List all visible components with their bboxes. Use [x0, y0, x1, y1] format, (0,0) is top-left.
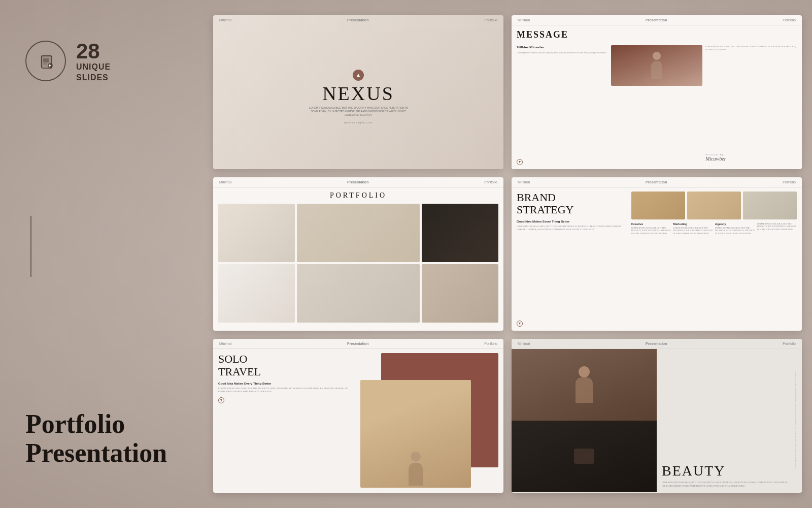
svg-rect-2	[43, 58, 49, 62]
portfolio-title: PORTFOLIO	[218, 192, 498, 200]
slide-nexus[interactable]: Minimal Presentation Portfolio NEXUS LOR…	[213, 15, 503, 169]
brand-col-agency: Agency LOREM IPSUM AVAILABLE, BUT THE MA…	[715, 223, 755, 235]
slide-header-beauty: Minimal Presentation Portfolio	[512, 339, 802, 349]
svg-rect-3	[43, 64, 47, 65]
slide-logo-brand	[517, 321, 523, 327]
solo-photo-fg	[360, 380, 471, 488]
nexus-url: www.example.com	[344, 121, 373, 124]
brand-title: BRANDSTRATEGY	[517, 192, 627, 216]
logo-dot	[519, 161, 521, 163]
portfolio-content: PORTFOLIO	[213, 187, 503, 330]
beauty-photo-dark	[512, 421, 657, 492]
nexus-title: NEXUS	[322, 84, 394, 103]
message-body: Wilkins Micawber Lorem Ipsum available, …	[517, 45, 797, 162]
slide-header-portfolio: Minimal Presentation Portfolio	[213, 177, 503, 187]
portfolio-item-1	[218, 204, 295, 262]
slide-header-nexus: Minimal Presentation Portfolio	[213, 15, 503, 25]
slide-logo-solo	[218, 397, 224, 403]
brand-subtitle: Good Idea Makes Every Thing Better	[517, 220, 627, 223]
slides-grid: Minimal Presentation Portfolio NEXUS LOR…	[213, 15, 802, 493]
slide-message[interactable]: Minimal Presentation Portfolio MESSAGE W…	[512, 15, 802, 169]
slides-icon	[25, 41, 66, 81]
main-title-line1: Portfolio	[25, 409, 193, 438]
brand-right: Creative LOREM IPSUM AVAILABLE, BUT THE …	[631, 192, 797, 326]
portfolio-item-3	[422, 204, 498, 262]
slides-count: 28	[76, 41, 111, 62]
brand-photo-2	[687, 192, 741, 219]
slide-logo-message	[517, 159, 523, 165]
beauty-right-panel: BEAUTY LOREM IPSUM AVAILABLE, BUT THE MA…	[657, 349, 802, 492]
slide-beauty[interactable]: Minimal Presentation Portfolio	[512, 339, 802, 493]
brand-col-creative: Creative LOREM IPSUM AVAILABLE, BUT THE …	[631, 223, 671, 235]
slide-header-message: Minimal Presentation Portfolio	[512, 15, 802, 25]
badge-text: 28 UNIQUE SLIDES	[76, 41, 111, 83]
brand-left: BRANDSTRATEGY Good Idea Makes Every Thin…	[517, 192, 627, 326]
brand-photos	[631, 192, 797, 219]
brand-cols: Creative LOREM IPSUM AVAILABLE, BUT THE …	[631, 223, 797, 235]
message-content: MESSAGE Wilkins Micawber Lorem Ipsum ava…	[512, 25, 802, 168]
slides-svg-icon	[37, 52, 55, 70]
beauty-photos-left	[512, 349, 657, 492]
badge-area: 28 UNIQUE SLIDES	[25, 41, 193, 83]
slide-solo-travel[interactable]: Minimal Presentation Portfolio SOLOTRAVE…	[213, 339, 503, 493]
beauty-vertical-text: LOREM IPSUM AVAILABLE, BUT THE MAJORITY …	[795, 372, 797, 469]
message-photo-inner	[611, 45, 702, 86]
nexus-content: NEXUS LOREM IPSUM AVAILABLE, BUT THE MAJ…	[213, 25, 503, 168]
solo-title: SOLOTRAVEL	[218, 353, 356, 377]
signature: SIGNATURE Micawber	[705, 153, 797, 162]
logo-dot-solo	[220, 399, 222, 401]
solo-right	[360, 353, 498, 488]
brand-col-marketing: Marketing LOREM IPSUM AVAILABLE, BUT THE…	[673, 223, 713, 235]
slide-header-solo: Minimal Presentation Portfolio	[213, 339, 503, 349]
brand-desc: LOREM IPSUM AVAILABLE, BUT THE MAJORITY …	[517, 225, 627, 232]
divider	[30, 216, 31, 277]
beauty-vertical-text-area: LOREM IPSUM AVAILABLE, BUT THE MAJORITY …	[795, 359, 799, 482]
message-left: Wilkins Micawber Lorem Ipsum available, …	[517, 45, 608, 162]
beauty-photo-person	[512, 349, 657, 420]
slides-label: UNIQUE SLIDES	[76, 62, 111, 83]
logo-dot-brand	[519, 323, 521, 325]
brand-photo-3	[743, 192, 797, 219]
main-title-line2: Presentation	[25, 438, 193, 467]
portfolio-item-6	[422, 264, 498, 323]
solo-subtitle: Good Idea Makes Every Thing Better	[218, 382, 356, 385]
svg-marker-6	[357, 74, 360, 77]
nexus-icon	[353, 70, 364, 81]
message-right: LOREM IPSUM AVAILABLE, BUT THE MAJORITY …	[705, 45, 797, 162]
portfolio-item-2	[297, 204, 420, 262]
brand-photo-1	[631, 192, 685, 219]
portfolio-item-4	[218, 264, 295, 323]
nexus-subtitle: LOREM IPSUM AVAILABLE, BUT THE MAJORITY …	[308, 106, 409, 117]
beauty-desc: LOREM IPSUM AVAILABLE, BUT THE MAJORITY …	[662, 481, 790, 488]
solo-person-photo	[360, 380, 471, 488]
portfolio-item-5	[297, 264, 420, 323]
message-author: Wilkins Micawber	[517, 45, 608, 49]
solo-left: SOLOTRAVEL Good Idea Makes Every Thing B…	[218, 353, 356, 488]
beauty-content: BEAUTY LOREM IPSUM AVAILABLE, BUT THE MA…	[512, 349, 802, 492]
portfolio-grid	[218, 204, 498, 323]
left-panel: 28 UNIQUE SLIDES Portfolio Presentation	[0, 0, 213, 508]
message-title: MESSAGE	[517, 29, 797, 40]
main-title: Portfolio Presentation	[25, 409, 193, 467]
slide-header-brand: Minimal Presentation Portfolio	[512, 177, 802, 187]
brand-col-extra: LOREM IPSUM AVAILABLE, BUT THE MAJORITY …	[757, 223, 797, 235]
slide-brand[interactable]: Minimal Presentation Portfolio BRANDSTRA…	[512, 177, 802, 331]
message-photo	[611, 45, 702, 86]
brand-content: BRANDSTRATEGY Good Idea Makes Every Thin…	[512, 187, 802, 330]
message-body-text: Lorem Ipsum available, but the majority …	[517, 51, 608, 54]
solo-desc: LOREM IPSUM AVAILABLE, BUT THE MAJORITY …	[218, 387, 356, 394]
slide-portfolio[interactable]: Minimal Presentation Portfolio PORTFOLIO	[213, 177, 503, 331]
solo-content: SOLOTRAVEL Good Idea Makes Every Thing B…	[213, 349, 503, 492]
beauty-title: BEAUTY	[662, 464, 790, 478]
